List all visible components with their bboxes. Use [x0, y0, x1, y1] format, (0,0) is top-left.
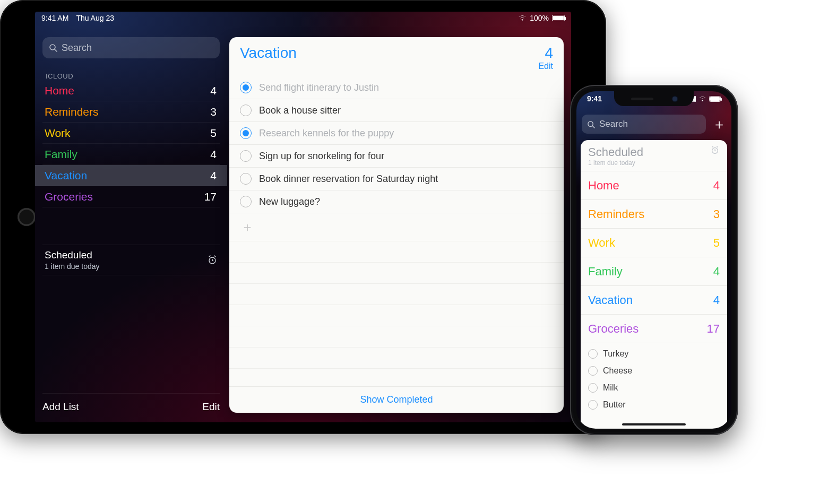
sidebar-item-vacation[interactable]: Vacation4: [35, 165, 227, 186]
alarm-clock-icon: [710, 145, 720, 155]
sidebar-item-home[interactable]: Home4: [42, 80, 220, 101]
task-text: Sign up for snorkeling for four: [259, 151, 384, 162]
search-input[interactable]: Search: [42, 37, 220, 58]
wifi-icon: [518, 15, 527, 21]
task-row[interactable]: Sign up for snorkeling for four: [229, 145, 564, 168]
task-text: New luggage?: [259, 196, 320, 207]
search-input[interactable]: Search: [582, 115, 706, 134]
show-completed-button[interactable]: Show Completed: [229, 386, 564, 413]
list-count: 17: [204, 190, 217, 203]
search-placeholder: Search: [599, 119, 628, 129]
add-button[interactable]: ＋: [712, 117, 726, 131]
task-radio-icon[interactable]: [240, 82, 252, 93]
reminder-item[interactable]: Cheese: [581, 362, 727, 379]
scheduled-subtitle: 1 item due today: [45, 262, 100, 271]
task-radio-icon[interactable]: [588, 400, 598, 410]
battery-icon: [709, 96, 721, 102]
ipad-status-bar: 9:41 AM Thu Aug 23 100%: [35, 12, 571, 24]
sidebar-footer: Add List Edit: [42, 393, 220, 413]
ipad-battery-pct: 100%: [530, 14, 549, 22]
detail-edit-button[interactable]: Edit: [538, 62, 553, 71]
sidebar-item-groceries[interactable]: Groceries17: [42, 186, 220, 207]
wifi-icon: [698, 96, 706, 102]
task-row[interactable]: New luggage?: [229, 190, 564, 213]
reminder-text: Milk: [603, 383, 618, 393]
list-name: Groceries: [45, 190, 93, 203]
battery-icon: [552, 15, 565, 21]
iphone-notch: [614, 91, 694, 106]
task-radio-icon[interactable]: [588, 383, 598, 393]
list-count: 5: [713, 236, 720, 250]
list-item-home[interactable]: Home4: [581, 171, 727, 200]
sidebar-item-work[interactable]: Work5: [42, 123, 220, 144]
task-radio-icon[interactable]: [240, 173, 252, 185]
task-radio-icon[interactable]: [588, 366, 598, 376]
list-name: Groceries: [588, 322, 639, 336]
ipad-device: 9:41 AM Thu Aug 23 100% Search ICLOUD Ho…: [0, 0, 606, 434]
task-radio-icon[interactable]: [240, 127, 252, 139]
ipad-screen: 9:41 AM Thu Aug 23 100% Search ICLOUD Ho…: [35, 12, 571, 422]
alarm-clock-icon: [207, 255, 218, 265]
scheduled-row[interactable]: Scheduled 1 item due today: [581, 140, 727, 171]
list-item-groceries[interactable]: Groceries17: [581, 315, 727, 343]
sidebar-item-family[interactable]: Family4: [42, 144, 220, 165]
iphone-status-time: 9:41: [587, 94, 602, 103]
task-row[interactable]: Book dinner reservation for Saturday nig…: [229, 168, 564, 190]
list-count: 3: [210, 106, 217, 118]
detail-title: Vacation: [240, 45, 297, 62]
task-radio-icon[interactable]: [240, 150, 252, 162]
add-list-button[interactable]: Add List: [42, 401, 79, 413]
list-count: 4: [210, 84, 217, 97]
list-name: Vacation: [588, 293, 633, 307]
list-item-family[interactable]: Family4: [581, 257, 727, 286]
ipad-home-button[interactable]: [18, 208, 36, 226]
scheduled-title: Scheduled: [45, 249, 100, 261]
list-name: Reminders: [45, 106, 99, 118]
edit-lists-button[interactable]: Edit: [202, 401, 220, 413]
task-row[interactable]: Book a house sitter: [229, 99, 564, 122]
list-count: 4: [210, 169, 217, 182]
list-name: Reminders: [588, 207, 644, 221]
sidebar-section-label: ICLOUD: [42, 72, 220, 80]
search-placeholder: Search: [62, 42, 92, 54]
add-task-button[interactable]: ＋: [229, 213, 564, 241]
sidebar-item-reminders[interactable]: Reminders3: [42, 101, 220, 123]
search-icon: [49, 44, 57, 52]
list-count: 4: [713, 265, 720, 279]
task-text: Research kennels for the puppy: [259, 128, 394, 139]
svg-line-1: [55, 49, 57, 51]
iphone-device: 9:41 Search ＋ Sch: [570, 85, 738, 435]
search-icon: [587, 120, 595, 128]
list-item-vacation[interactable]: Vacation4: [581, 286, 727, 315]
list-name: Home: [588, 179, 619, 193]
task-radio-icon[interactable]: [240, 105, 252, 116]
list-name: Family: [45, 148, 77, 161]
list-name: Work: [588, 236, 615, 250]
ipad-status-time: 9:41 AM: [41, 14, 68, 22]
reminder-item[interactable]: Turkey: [581, 345, 727, 362]
ipad-sidebar: Search ICLOUD Home4Reminders3Work5Family…: [42, 37, 220, 275]
detail-count: 4: [538, 45, 553, 62]
reminder-text: Butter: [603, 400, 626, 410]
task-radio-icon[interactable]: [240, 196, 252, 207]
home-indicator[interactable]: [622, 423, 686, 425]
task-text: Book a house sitter: [259, 105, 341, 116]
iphone-lists-card: Scheduled 1 item due today Home4Reminder…: [581, 140, 727, 429]
scheduled-subtitle: 1 item due today: [588, 159, 643, 167]
list-count: 5: [210, 127, 217, 140]
list-item-reminders[interactable]: Reminders3: [581, 200, 727, 229]
task-text: Book dinner reservation for Saturday nig…: [259, 173, 438, 185]
reminder-item[interactable]: Milk: [581, 379, 727, 396]
list-item-work[interactable]: Work5: [581, 229, 727, 257]
task-row[interactable]: Research kennels for the puppy: [229, 122, 564, 145]
list-name: Work: [45, 127, 71, 140]
task-row[interactable]: Send flight itinerary to Justin: [229, 76, 564, 99]
list-count: 4: [210, 148, 217, 161]
list-name: Family: [588, 265, 623, 279]
reminder-item[interactable]: Butter: [581, 396, 727, 413]
reminder-text: Cheese: [603, 366, 632, 376]
scheduled-row[interactable]: Scheduled 1 item due today: [42, 245, 220, 275]
task-radio-icon[interactable]: [588, 349, 598, 359]
detail-panel: Vacation 4 Edit Send flight itinerary to…: [229, 37, 564, 413]
list-count: 3: [713, 207, 720, 221]
